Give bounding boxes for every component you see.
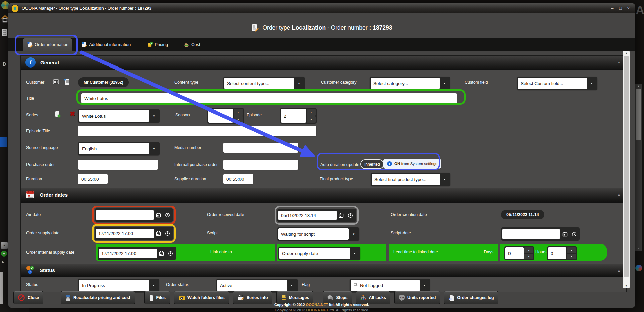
maximize-button[interactable]: □ (619, 3, 622, 13)
step-down-icon[interactable]: ▼ (307, 116, 316, 123)
add-button[interactable]: + (1, 251, 7, 257)
tab-additional-information[interactable]: Additional information (77, 38, 135, 51)
final-product-type-select[interactable]: Select final product type...▼ (371, 173, 450, 186)
section-header-general[interactable]: i General ▲ (21, 56, 626, 70)
step-down-icon[interactable]: ▼ (567, 254, 576, 259)
script-select[interactable]: Waiting for script▼ (277, 227, 359, 241)
customer-list-icon[interactable] (64, 78, 70, 85)
duration-input[interactable]: 00:55:00 (78, 174, 108, 184)
script-date-label: Script date (391, 231, 411, 235)
clock-icon[interactable] (346, 211, 355, 220)
media-number-input[interactable] (223, 143, 298, 153)
step-down-icon[interactable]: ▼ (234, 116, 243, 123)
customer-value-pill[interactable]: Mr Customer (32952) (78, 77, 129, 87)
calendar-icon[interactable] (560, 229, 570, 239)
section-header-order-dates[interactable]: Order dates ▲ (21, 188, 626, 202)
episode-stepper[interactable]: 2 ▲▼ (280, 108, 317, 124)
steps-button[interactable]: Steps (323, 291, 352, 304)
step-down-icon[interactable]: ▼ (524, 254, 533, 259)
order-changes-log-button[interactable]: LOG Order changes log (444, 291, 498, 304)
link-date-to-select[interactable]: Order supply date▼ (278, 247, 360, 260)
scroll-left-button[interactable]: ◄ (1, 242, 8, 249)
watch-folders-files-button[interactable]: Watch folders files (174, 291, 229, 304)
order-received-date-input-group[interactable]: 05/11/2022 13:14 (277, 209, 356, 222)
files-button[interactable]: Files (144, 291, 170, 304)
internal-purchase-order-input[interactable] (223, 160, 298, 170)
series-add-icon[interactable] (54, 110, 61, 118)
calendar-icon[interactable] (157, 249, 166, 258)
supplier-duration-input[interactable]: 00:55:00 (223, 174, 253, 184)
chevron-down-icon[interactable]: ▼ (440, 174, 449, 185)
chevron-down-icon[interactable]: ▼ (149, 143, 159, 154)
chevron-down-icon[interactable]: ▼ (440, 78, 449, 89)
messages-button[interactable]: Messages (276, 291, 314, 304)
source-language-select[interactable]: English▼ (78, 142, 160, 155)
scroll-up-icon[interactable]: ▲ (623, 52, 630, 55)
clock-icon[interactable] (163, 229, 172, 238)
clock-icon[interactable] (163, 210, 172, 220)
purchase-order-input[interactable] (78, 160, 158, 170)
title-input[interactable]: White Lotus (81, 93, 457, 103)
lead-days-stepper[interactable]: 0 ▲▼ (504, 246, 534, 260)
flag-select[interactable]: Not flagged ▼ (350, 279, 430, 292)
chevron-down-icon[interactable]: ▼ (420, 280, 429, 291)
outer-scrollbar-thumb[interactable] (636, 89, 641, 140)
chevron-down-icon[interactable]: ▼ (287, 280, 297, 291)
minimize-button[interactable]: – (611, 3, 613, 13)
step-up-icon[interactable]: ▲ (524, 247, 533, 253)
background-scrollbar[interactable] (0, 272, 3, 304)
dialog-scrollbar-thumb[interactable] (624, 56, 629, 277)
status-select[interactable]: In Progress▼ (78, 279, 159, 292)
clock-icon[interactable] (166, 249, 175, 258)
collapse-general-icon[interactable]: ▲ (617, 60, 621, 64)
play-icon[interactable]: ▶ (2, 260, 4, 264)
units-reported-button[interactable]: 1..9 Units reported (394, 291, 440, 304)
script-date-input-group[interactable] (501, 227, 580, 241)
series-select[interactable]: White Lotus▼ (78, 109, 160, 123)
close-button[interactable]: Close (13, 291, 43, 304)
calendar-icon[interactable] (337, 211, 346, 220)
series-info-button[interactable]: Series info (233, 291, 272, 304)
custom-field-select[interactable]: Select Custom field...▼ (517, 77, 597, 90)
order-supply-date-input-group[interactable]: 17/11/2022 17:00 (95, 227, 173, 240)
content-type-select[interactable]: Select content type...▼ (223, 77, 305, 90)
step-up-icon[interactable]: ▲ (567, 247, 576, 253)
episode-title-input[interactable] (78, 126, 316, 136)
calendar-icon[interactable] (154, 229, 163, 238)
chevron-down-icon[interactable]: ▼ (149, 280, 158, 291)
step-up-icon[interactable]: ▲ (307, 109, 316, 116)
order-status-select[interactable]: Active▼ (216, 279, 298, 292)
collapse-order-dates-icon[interactable]: ▲ (617, 193, 621, 196)
chevron-down-icon[interactable]: ▼ (350, 248, 359, 259)
tab-cost[interactable]: Cost (179, 38, 204, 51)
customer-card-icon[interactable] (53, 79, 59, 85)
calendar-icon[interactable] (154, 210, 163, 220)
scroll-down-icon[interactable]: ▼ (623, 284, 630, 287)
order-internal-supply-date-input-group[interactable]: 17/11/2022 17:00 (98, 247, 176, 260)
tab-order-information[interactable]: Order information (23, 38, 72, 51)
chevron-down-icon[interactable]: ▼ (349, 228, 358, 240)
window-titlebar[interactable]: OOONA Manager - Order type Localization … (8, 3, 635, 13)
chevron-down-icon[interactable]: ▼ (149, 110, 159, 122)
scroll-up-icon[interactable]: ▲ (635, 85, 642, 88)
chevron-down-icon[interactable]: ▼ (294, 78, 304, 89)
all-tasks-button[interactable]: All tasks (356, 291, 390, 304)
remove-series-icon[interactable]: ✖ (70, 110, 75, 118)
tab-pricing[interactable]: Pricing (143, 38, 172, 51)
air-date-input-group[interactable] (95, 208, 173, 222)
lead-hours-stepper[interactable]: 0 ▲▼ (547, 246, 577, 260)
home-icon[interactable] (1, 15, 9, 23)
season-stepper[interactable]: ▲▼ (207, 108, 244, 124)
collapse-status-icon[interactable]: ▲ (617, 269, 621, 272)
clock-icon[interactable] (570, 229, 579, 239)
scroll-down-icon[interactable]: ▼ (635, 247, 642, 250)
dialog-scrollbar[interactable]: ▲ ▼ (623, 51, 630, 288)
document-icon[interactable] (2, 29, 7, 36)
recalculate-pricing-button[interactable]: Recalculate pricing and cost (61, 291, 135, 304)
chevron-down-icon[interactable]: ▼ (587, 78, 596, 89)
section-header-status[interactable]: i Status ▲ (21, 264, 626, 277)
step-up-icon[interactable]: ▲ (234, 109, 243, 116)
close-window-button[interactable]: × (627, 3, 630, 13)
outer-scrollbar[interactable]: ▲ ▼ (635, 84, 642, 251)
customer-category-select[interactable]: Select category...▼ (370, 77, 450, 90)
